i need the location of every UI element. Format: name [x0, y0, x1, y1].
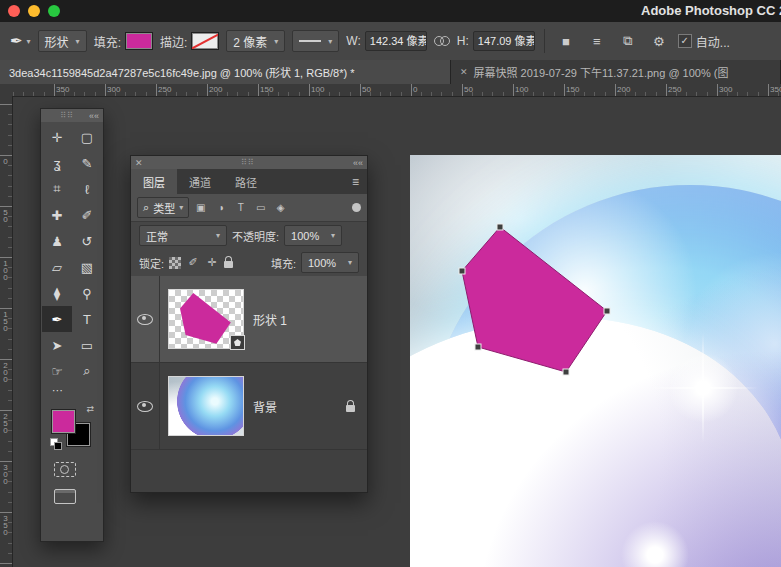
history-brush-tool[interactable]: ↺: [72, 228, 102, 254]
tools-panel-header[interactable]: ⠿⠿ ««: [41, 109, 103, 122]
path-arrangement-button[interactable]: ⧉: [616, 29, 640, 53]
filter-toggle[interactable]: [352, 203, 361, 212]
shape-height-field[interactable]: 147.09 像素: [473, 31, 535, 51]
move-tool[interactable]: ✛: [42, 124, 72, 150]
anchor-handle[interactable]: [459, 268, 465, 274]
filter-shape-layers-icon[interactable]: ▭: [252, 199, 269, 216]
fill-opacity-dropdown[interactable]: 100% ▾: [301, 252, 359, 273]
close-window-button[interactable]: [8, 5, 20, 17]
document-tab-inactive[interactable]: ✕ 屏幕快照 2019-07-29 下午11.37.21.png @ 100% …: [451, 60, 781, 84]
shape-width-field[interactable]: 142.34 像素: [365, 31, 427, 51]
quick-mask-mode-button[interactable]: [54, 462, 76, 477]
minimize-window-button[interactable]: [28, 5, 40, 17]
tab-paths[interactable]: 路径: [223, 169, 269, 194]
auto-add-delete-checkbox[interactable]: ✓: [678, 34, 692, 48]
marquee-tool[interactable]: ▢: [72, 124, 102, 150]
filter-pixel-layers-icon[interactable]: ▣: [192, 199, 209, 216]
lock-position-icon[interactable]: ✛: [205, 256, 219, 269]
dodge-tool[interactable]: ⚲: [72, 280, 102, 306]
separator: [544, 29, 545, 53]
anchor-handle[interactable]: [497, 224, 503, 230]
layer-row-background[interactable]: 背景: [131, 363, 367, 450]
pentagon-shape[interactable]: [462, 227, 607, 372]
anchor-handle[interactable]: [475, 344, 481, 350]
tab-layers[interactable]: 图层: [131, 169, 177, 194]
type-tool[interactable]: T: [72, 306, 102, 332]
more-tools-button[interactable]: ⋯: [41, 384, 103, 400]
chevron-down-icon: ▾: [331, 231, 335, 240]
screen-mode-button[interactable]: [54, 489, 76, 504]
anchor-handle[interactable]: [604, 308, 610, 314]
opacity-dropdown[interactable]: 100% ▾: [284, 225, 342, 246]
shape-settings-button[interactable]: ⚙: [647, 29, 671, 53]
swap-colors-icon[interactable]: ⇄: [86, 404, 94, 414]
close-panel-icon[interactable]: ✕: [135, 158, 143, 168]
path-operations-button[interactable]: ■: [554, 29, 578, 53]
zoom-tool[interactable]: ⌕: [72, 358, 102, 384]
visibility-toggle[interactable]: [131, 276, 160, 362]
ruler-label: 250: [1, 412, 10, 433]
horizontal-ruler[interactable]: 3503002502001501005005010015020025030035…: [12, 84, 781, 97]
lock-all-icon[interactable]: [224, 261, 233, 268]
link-dimensions-icon[interactable]: [434, 36, 450, 46]
lock-transparency-icon[interactable]: [169, 257, 181, 269]
fill-color-swatch[interactable]: [125, 32, 153, 50]
lock-paint-icon[interactable]: ✐: [186, 256, 200, 269]
shape-layer-badge: [230, 335, 245, 350]
layers-panel-header[interactable]: ✕ ⠿⠿ ««: [131, 156, 367, 169]
drag-grip-icon[interactable]: ⠿⠿: [45, 111, 89, 120]
document-tab-bar: 3dea34c1159845d2a47287e5c16fc49e.jpg @ 1…: [0, 60, 781, 84]
eraser-tool[interactable]: ▱: [42, 254, 72, 280]
foreground-color-swatch[interactable]: [52, 410, 75, 433]
default-colors-icon[interactable]: [50, 438, 61, 449]
filter-type-dropdown[interactable]: ⌕ 类型 ▾: [137, 197, 189, 218]
ruler-label: 100: [515, 85, 528, 94]
filter-smart-object-icon[interactable]: ◈: [272, 199, 289, 216]
ruler-label: 200: [617, 85, 630, 94]
tool-mode-dropdown[interactable]: 形状 ▾: [38, 30, 87, 52]
anchor-handle[interactable]: [563, 369, 569, 375]
tab-channels[interactable]: 通道: [177, 169, 223, 194]
stroke-width-dropdown[interactable]: 2 像素 ▾: [226, 30, 285, 52]
tool-preset-picker[interactable]: ✒ ▾: [10, 32, 31, 50]
eyedropper-tool[interactable]: ℓ: [72, 176, 102, 202]
panel-menu-icon[interactable]: ≡: [344, 169, 367, 194]
document-canvas[interactable]: [410, 155, 781, 567]
clone-stamp-tool[interactable]: ♟: [42, 228, 72, 254]
ruler-label: 100: [1, 259, 10, 280]
ruler-label: 0: [1, 157, 10, 164]
background-layer-thumbnail[interactable]: [169, 377, 243, 435]
document-tab-label: 屏幕快照 2019-07-29 下午11.37.21.png @ 100% (图: [474, 64, 729, 80]
app-title: Adobe Photoshop CC 2...: [641, 3, 781, 18]
collapse-panel-icon[interactable]: ««: [353, 158, 363, 168]
vertical-ruler[interactable]: 050100150200250300350: [0, 96, 13, 567]
ruler-label: 150: [566, 85, 579, 94]
crop-tool[interactable]: ⌗: [42, 176, 72, 202]
blend-mode-dropdown[interactable]: 正常 ▾: [139, 225, 227, 246]
visibility-toggle[interactable]: [131, 363, 160, 449]
hand-tool[interactable]: ☞: [42, 358, 72, 384]
shape-layer-thumbnail[interactable]: [169, 290, 243, 348]
lasso-tool[interactable]: ʓ: [42, 150, 72, 176]
document-tab-active[interactable]: 3dea34c1159845d2a47287e5c16fc49e.jpg @ 1…: [0, 60, 451, 84]
stroke-style-dropdown[interactable]: ▾: [292, 30, 339, 52]
ruler-label: 300: [1, 463, 10, 484]
quick-selection-tool[interactable]: ✎: [72, 150, 102, 176]
path-alignment-button[interactable]: ≡: [585, 29, 609, 53]
zoom-window-button[interactable]: [48, 5, 60, 17]
stroke-color-swatch[interactable]: [191, 32, 219, 50]
filter-adjustment-layers-icon[interactable]: ◑: [212, 199, 229, 216]
path-selection-tool[interactable]: ➤: [42, 332, 72, 358]
pen-tool[interactable]: ✒: [42, 306, 72, 332]
close-icon[interactable]: ✕: [460, 67, 468, 77]
layer-row-shape-1[interactable]: 形状 1: [131, 276, 367, 363]
ellipsis-icon: ⋯: [52, 384, 63, 396]
brush-tool[interactable]: ✐: [72, 202, 102, 228]
rectangle-tool[interactable]: ▭: [72, 332, 102, 358]
gradient-tool[interactable]: ▧: [72, 254, 102, 280]
healing-brush-tool[interactable]: ✚: [42, 202, 72, 228]
collapse-panel-icon[interactable]: ««: [89, 111, 99, 121]
drag-grip-icon[interactable]: ⠿⠿: [143, 158, 353, 167]
blur-tool[interactable]: ⧫: [42, 280, 72, 306]
filter-type-layers-icon[interactable]: T: [232, 199, 249, 216]
